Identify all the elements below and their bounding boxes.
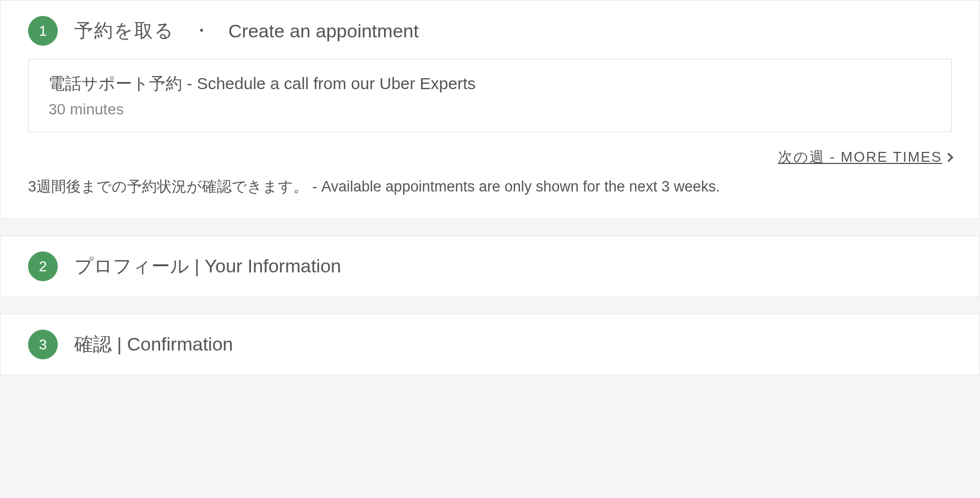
more-times-row: 次の週 - MORE TIMES	[28, 147, 952, 167]
step-1-title-jp: 予約を取る	[74, 18, 174, 43]
more-times-label: 次の週 - MORE TIMES	[778, 147, 942, 167]
appointment-duration: 30 minutes	[48, 101, 932, 118]
step-3-title-text: 確認 | Confirmation	[74, 332, 233, 357]
step-1-header: 1 予約を取る ・ Create an appointment	[1, 1, 979, 59]
step-2-badge: 2	[28, 251, 58, 281]
step-1-content: 電話サポート予約 - Schedule a call from our Uber…	[1, 59, 979, 218]
step-2-header: 2 プロフィール | Your Information	[1, 236, 979, 297]
step-3-title: 確認 | Confirmation	[74, 332, 233, 357]
step-1-number: 1	[39, 23, 47, 40]
more-times-link[interactable]: 次の週 - MORE TIMES	[778, 147, 952, 167]
step-1-title-separator: ・	[192, 18, 211, 43]
step-panel-1: 1 予約を取る ・ Create an appointment 電話サポート予約…	[0, 0, 980, 219]
step-panel-3[interactable]: 3 確認 | Confirmation	[0, 314, 980, 375]
step-3-header: 3 確認 | Confirmation	[1, 314, 979, 375]
step-2-title: プロフィール | Your Information	[74, 254, 341, 279]
step-panel-2[interactable]: 2 プロフィール | Your Information	[0, 236, 980, 297]
availability-note: 3週間後までの予約状況が確認できます。 - Available appointm…	[28, 177, 952, 196]
appointment-type-card[interactable]: 電話サポート予約 - Schedule a call from our Uber…	[28, 59, 952, 132]
chevron-right-icon	[944, 152, 954, 162]
step-1-title-en: Create an appointment	[228, 20, 419, 42]
step-3-number: 3	[39, 336, 47, 353]
step-1-title: 予約を取る ・ Create an appointment	[74, 18, 419, 43]
step-3-badge: 3	[28, 330, 58, 359]
appointment-title: 電話サポート予約 - Schedule a call from our Uber…	[48, 73, 932, 95]
step-1-badge: 1	[28, 16, 58, 46]
step-2-number: 2	[39, 258, 47, 275]
step-2-title-text: プロフィール | Your Information	[74, 254, 341, 279]
